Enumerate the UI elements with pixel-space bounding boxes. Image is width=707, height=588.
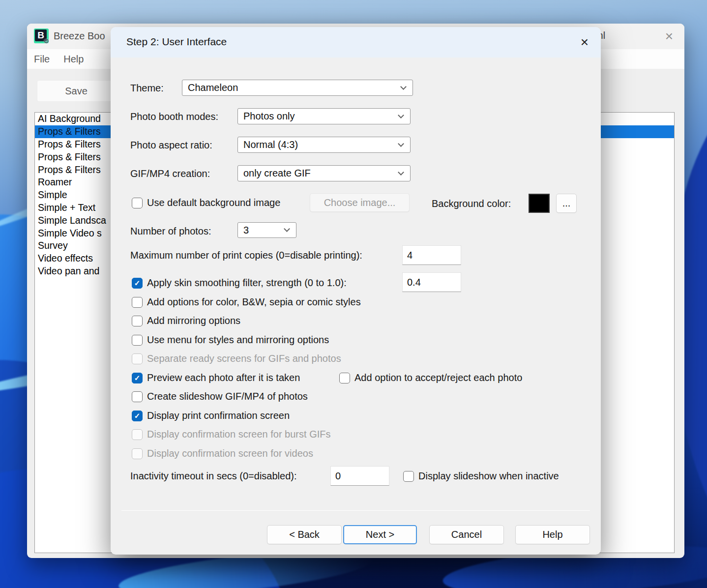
inactivity-label: Inactivity timeout in secs (0=disabled): [130,470,297,482]
gif-creation-label: GIF/MP4 creation: [130,168,210,179]
checkbox-icon [132,278,143,289]
slideshow-gif-checkbox[interactable]: Create slideshow GIF/MP4 of photos [132,391,308,402]
window-title: Breeze Boo [54,30,105,42]
checkbox-icon [403,471,414,482]
step2-dialog: Step 2: User Interface × Theme: Chameleo… [111,27,601,555]
skin-smoothing-checkbox[interactable]: Apply skin smoothing filter, strength (0… [132,277,347,289]
gif-creation-combobox[interactable]: only create GIF [237,165,411,181]
footer-divider [121,510,590,511]
background-color-swatch[interactable] [529,194,550,213]
num-photos-label: Number of photos: [130,226,211,237]
back-button[interactable]: < Back [267,525,342,544]
app-logo-icon: B ⚙ [34,29,49,43]
save-button[interactable]: Save [37,80,116,102]
booth-modes-combobox[interactable]: Photos only [237,108,411,124]
dialog-titlebar: Step 2: User Interface × [111,27,601,58]
burst-confirm-checkbox: Display confirmation screen for burst GI… [132,429,330,440]
chevron-down-icon [398,169,404,176]
cancel-button[interactable]: Cancel [429,525,504,544]
add-styles-checkbox[interactable]: Add options for color, B&W, sepia or com… [132,296,361,308]
checkbox-icon [132,411,143,421]
aspect-ratio-label: Photo aspect ratio: [130,140,212,151]
checkbox-icon [132,316,143,326]
checkbox-icon [132,297,143,308]
aspect-ratio-combobox[interactable]: Normal (4:3) [237,137,411,153]
accept-reject-checkbox[interactable]: Add option to accept/reject each photo [339,372,522,383]
booth-modes-label: Photo booth modes: [130,111,218,122]
checkbox-icon [339,373,350,383]
checkbox-icon [132,429,143,440]
chevron-down-icon [398,112,404,118]
dialog-title: Step 2: User Interface [126,36,227,48]
slideshow-inactive-checkbox[interactable]: Display slideshow when inactive [403,470,559,482]
print-confirm-checkbox[interactable]: Display print confirmation screen [132,410,290,421]
next-button[interactable]: Next > [343,525,417,544]
theme-label: Theme: [130,83,164,94]
chevron-down-icon [284,226,290,232]
chevron-down-icon [400,84,407,90]
checkbox-icon [132,448,143,459]
inactivity-input[interactable]: 0 [330,466,389,486]
use-default-bg-checkbox[interactable]: Use default background image [132,197,280,208]
max-copies-label: Maximum number of print copies (0=disabl… [130,250,362,261]
video-confirm-checkbox: Display confirmation screen for videos [132,448,313,459]
menu-file[interactable]: File [27,49,57,69]
checkbox-icon [132,373,143,383]
add-mirroring-checkbox[interactable]: Add mirroring options [132,315,240,326]
help-button[interactable]: Help [515,525,590,544]
checkbox-icon [132,353,143,364]
checkbox-icon [132,391,143,402]
use-menu-checkbox[interactable]: Use menu for styles and mirroring option… [132,334,329,346]
background-color-label: Background color: [432,198,511,209]
num-photos-combobox[interactable]: 3 [237,222,296,238]
menu-help[interactable]: Help [57,49,90,69]
max-copies-input[interactable]: 4 [402,245,461,265]
checkbox-icon [132,335,143,346]
separate-ready-checkbox: Separate ready screens for GIFs and phot… [132,353,341,364]
dialog-close-icon[interactable]: × [576,34,593,51]
preview-photo-checkbox[interactable]: Preview each photo after it is taken [132,372,300,383]
background-color-more-button[interactable]: ... [556,194,577,213]
checkbox-icon [132,198,143,208]
skin-strength-input[interactable]: 0.4 [402,272,461,292]
gear-icon: ⚙ [43,37,49,45]
theme-combobox[interactable]: Chameleon [182,80,413,96]
main-close-icon[interactable]: × [661,28,678,45]
chevron-down-icon [398,141,404,147]
choose-image-button[interactable]: Choose image... [310,193,410,212]
